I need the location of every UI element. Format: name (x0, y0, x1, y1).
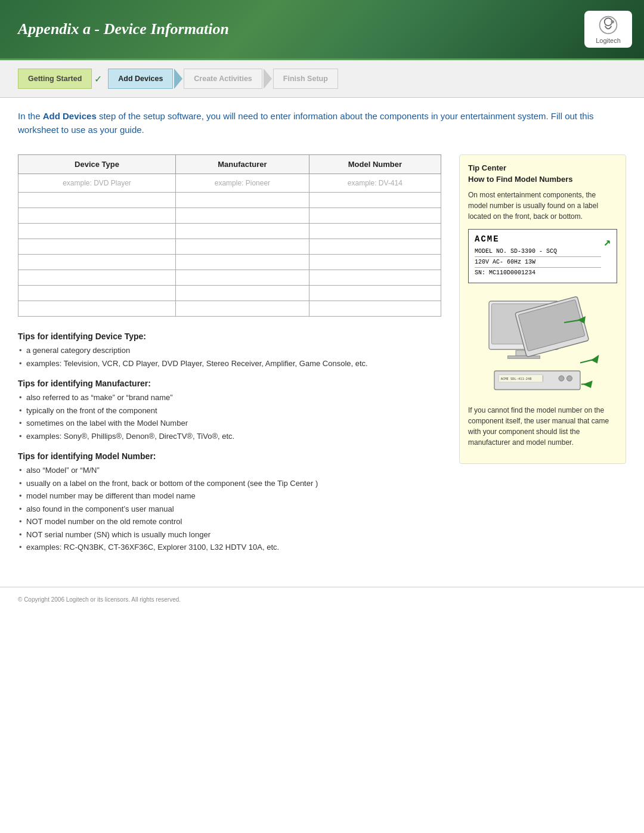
cell (309, 255, 441, 270)
cell (309, 301, 441, 317)
tips-model-number-title: Tips for identifying Model Number: (18, 451, 441, 461)
check-icon: ✓ (94, 73, 102, 85)
example-model-number: example: DV-414 (309, 174, 441, 193)
intro-bold: Add Devices (43, 111, 97, 121)
tip-center-text2: If you cannot find the model number on t… (468, 405, 617, 448)
cell (309, 224, 441, 239)
cell (176, 239, 309, 255)
cell (309, 286, 441, 301)
tips-device-type-title: Tips for identifying Device Type: (18, 332, 441, 341)
step-create-activities[interactable]: Create Activities (184, 69, 262, 89)
acme-serial-text: SN: MC110D0001234 (475, 270, 535, 276)
list-item: typically on the front of the component (18, 405, 441, 417)
create-activities-label: Create Activities (194, 75, 252, 83)
tip-center-title: Tip Center (468, 163, 617, 172)
list-item: examples: Sony®, Phillips®, Denon®, Dire… (18, 431, 441, 442)
table-row (18, 255, 441, 270)
cell (176, 286, 309, 301)
tips-model-number-section: Tips for identifying Model Number: also … (18, 451, 441, 553)
tips-manufacturer-list: also referred to as “make” or “brand nam… (18, 392, 441, 442)
table-row (18, 270, 441, 286)
cell (18, 193, 176, 208)
cell (18, 255, 176, 270)
list-item: also referred to as “make” or “brand nam… (18, 392, 441, 404)
svg-text:ACME  SDL-411-248: ACME SDL-411-248 (501, 377, 532, 380)
list-item: a general category description (18, 345, 441, 357)
getting-started-label: Getting Started (28, 75, 82, 83)
logo-text: Logitech (596, 37, 621, 44)
cell (18, 270, 176, 286)
logo-box: Logitech (584, 11, 632, 48)
two-col-layout: Device Type Manufacturer Model Number ex… (18, 154, 626, 563)
cell (18, 286, 176, 301)
acme-model-row: MODEL NO. SD-3390 - SCQ (475, 246, 601, 257)
arrow-after-add-devices (174, 69, 182, 89)
tips-model-number-list: also “Model” or “M/N” usually on a label… (18, 465, 441, 553)
cell (18, 239, 176, 255)
list-item: model number may be different than model… (18, 490, 441, 502)
list-item: sometimes on the label with the Model Nu… (18, 417, 441, 429)
arrow-after-create-activities (264, 69, 272, 89)
add-devices-label: Add Devices (118, 75, 163, 83)
table-header-row: Device Type Manufacturer Model Number (18, 155, 441, 174)
cell (18, 224, 176, 239)
finish-setup-label: Finish Setup (283, 75, 328, 83)
col-model-number: Model Number (309, 155, 441, 174)
page: Appendix a - Device Information Logitech… (0, 0, 644, 833)
table-row (18, 208, 441, 224)
table-row (18, 224, 441, 239)
cell (18, 301, 176, 317)
tips-device-type-list: a general category description examples:… (18, 345, 441, 369)
header: Appendix a - Device Information Logitech (0, 0, 644, 60)
list-item: also “Model” or “M/N” (18, 465, 441, 476)
left-column: Device Type Manufacturer Model Number ex… (18, 154, 441, 563)
intro-suffix: step of the setup software, you will nee… (18, 111, 594, 135)
tip-center-box: Tip Center How to Find Model Numbers On … (459, 154, 626, 464)
arrow-icon: ↗ (603, 234, 611, 249)
svg-point-2 (611, 20, 614, 23)
table-row: example: DVD Player example: Pioneer exa… (18, 174, 441, 193)
tips-device-type-section: Tips for identifying Device Type: a gene… (18, 332, 441, 369)
list-item: NOT serial number (SN) which is usually … (18, 529, 441, 541)
cell (176, 301, 309, 317)
cell (176, 193, 309, 208)
acme-voltage-row: 120V AC- 60Hz 13W (475, 257, 601, 268)
acme-brand: ACME (475, 234, 601, 244)
step-getting-started[interactable]: Getting Started (18, 69, 92, 89)
acme-arrows: ↗ (601, 234, 611, 249)
cell (176, 255, 309, 270)
intro-prefix: In the (18, 111, 43, 121)
steps-container: Getting Started ✓ Add Devices Create Act… (18, 69, 338, 89)
acme-model-text: MODEL NO. SD-3390 - SCQ (475, 248, 557, 255)
step-add-devices[interactable]: Add Devices (108, 69, 173, 89)
electronics-svg: ACME SDL-411-248 (471, 290, 614, 398)
example-device-type: example: DVD Player (18, 174, 176, 193)
cell (309, 208, 441, 224)
example-manufacturer: example: Pioneer (176, 174, 309, 193)
step-finish-setup[interactable]: Finish Setup (273, 69, 338, 89)
table-row (18, 301, 441, 317)
acme-label-illustration: ACME MODEL NO. SD-3390 - SCQ 120V AC- 60… (468, 229, 617, 283)
acme-serial-row: SN: MC110D0001234 (475, 268, 601, 278)
svg-rect-6 (508, 356, 540, 359)
cell (176, 208, 309, 224)
tip-center-text1: On most entertainment components, the mo… (468, 190, 617, 222)
tips-manufacturer-section: Tips for identifying Manufacturer: also … (18, 379, 441, 442)
electronics-illustration: ACME SDL-411-248 (468, 290, 617, 398)
svg-point-1 (605, 18, 612, 26)
tip-center-subtitle: How to Find Model Numbers (468, 175, 617, 184)
table-row (18, 286, 441, 301)
acme-voltage-text: 120V AC- 60Hz 13W (475, 259, 535, 265)
svg-line-18 (581, 384, 592, 385)
cell (309, 270, 441, 286)
intro-paragraph: In the Add Devices step of the setup sof… (18, 110, 626, 137)
logitech-logo-icon (597, 14, 619, 36)
col-device-type: Device Type (18, 155, 176, 174)
main-content: In the Add Devices step of the setup sof… (0, 98, 644, 575)
list-item: usually on a label on the front, back or… (18, 478, 441, 490)
checkmark-area: ✓ (92, 73, 108, 85)
list-item: also found in the component’s user manua… (18, 503, 441, 515)
cell (176, 224, 309, 239)
col-manufacturer: Manufacturer (176, 155, 309, 174)
svg-point-11 (559, 376, 564, 381)
